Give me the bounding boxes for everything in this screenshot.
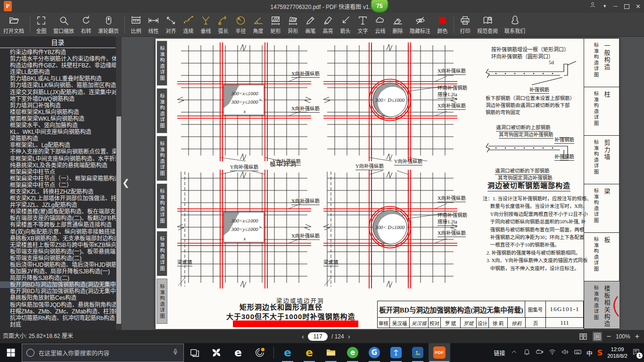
- tool-window-zoom[interactable]: 窗口缩放: [50, 13, 77, 36]
- toc-item[interactable]: 剪力墙水平分布钢筋计入约束边缘构件、体积配箍率: [0, 56, 122, 62]
- task-view-button[interactable]: [184, 343, 206, 362]
- start-button[interactable]: [0, 343, 22, 362]
- close-button[interactable]: ×: [636, 0, 640, 13]
- taskbar-clock[interactable]: 12:09 2018/8/2: [607, 346, 627, 360]
- tool-perpendicular[interactable]: 垂线: [197, 13, 215, 36]
- tool-hide-annotations[interactable]: 隐藏标注: [406, 13, 434, 36]
- toc-item[interactable]: 非框架梁L中间支座纵向钢筋构造、水平折梁: [0, 156, 122, 162]
- user-account-icon[interactable]: [589, 0, 596, 13]
- toc-item[interactable]: 局部升降板SJB构造(二): [0, 275, 122, 281]
- toc-item[interactable]: 板开洞BD与洞边加强钢筋构造(洞边无集中: [0, 288, 122, 295]
- toc-item[interactable]: 有梁楼盖不等跨板上部贯通纵筋连接构造: [0, 222, 122, 228]
- tool-scale-ruler[interactable]: 比例: [127, 13, 145, 36]
- tool-linear-measure[interactable]: 线性: [145, 13, 162, 36]
- ime-indicator[interactable]: 中: [586, 348, 593, 357]
- security-score-badge[interactable]: 75: [371, 0, 388, 13]
- toc-item[interactable]: 抗冲切箍筋Rh构造、抗冲切弯起筋Rb构造: [0, 315, 122, 321]
- toc-item[interactable]: 板带端支座纵向钢筋构造(二): [0, 255, 122, 262]
- dropdown-menu-icon[interactable]: ▼: [603, 0, 607, 13]
- toc-item[interactable]: 连梁LL配筋构造: [0, 69, 122, 75]
- toc-item[interactable]: 屋面框架梁WKL纵向钢筋构造: [0, 115, 122, 122]
- tool-fit-screen[interactable]: 全图: [33, 13, 50, 36]
- prev-page-button[interactable]: ‹: [302, 332, 304, 340]
- power-battery-icon[interactable]: [536, 348, 544, 357]
- g-browser-button[interactable]: G: [363, 343, 385, 362]
- green-browser-button[interactable]: e: [342, 343, 363, 362]
- toc-item[interactable]: 剪力墙连梁LLK纵向钢筋、箍筋加密区构造: [0, 82, 122, 89]
- toc-item[interactable]: 井字梁JZL、JZLg配筋构造: [0, 202, 122, 208]
- tool-rect-area[interactable]: 矩形: [267, 13, 284, 36]
- tool-scroll-wheel[interactable]: 滚轮翻页: [95, 13, 122, 36]
- toc-item[interactable]: 板加腋JY构造、局部升降板SJB构造(一): [0, 268, 122, 275]
- toc-item[interactable]: 框支梁KZL上部墙体开洞部位加强做法、托柱: [0, 195, 122, 202]
- toc-item[interactable]: 剪力墙洞口补强构造: [0, 102, 122, 109]
- tool-eraser[interactable]: 删除: [389, 13, 406, 36]
- tool-pen[interactable]: 画笔: [302, 13, 319, 36]
- toc-item[interactable]: 无梁楼盖柱上板带ZSB与跨中板带KZB纵向钢: [0, 242, 122, 248]
- two-page-view-icon[interactable]: [578, 332, 588, 341]
- tool-printer[interactable]: 打印: [456, 13, 474, 36]
- volume-icon[interactable]: [561, 348, 569, 357]
- toc-item[interactable]: 有梁楼盖楼(屋)面板配筋构造、板在端部支座: [0, 208, 122, 215]
- tool-highlighter[interactable]: 高亮: [319, 13, 337, 36]
- touch-keyboard-icon[interactable]: [574, 348, 582, 357]
- next-page-button[interactable]: ›: [348, 332, 350, 340]
- bell-icon[interactable]: [523, 348, 531, 357]
- toc-item[interactable]: 框架扁梁中柱节点: [0, 169, 122, 175]
- tool-text[interactable]: 文字: [354, 13, 372, 36]
- minimize-button[interactable]: ─: [613, 0, 618, 13]
- toc-item[interactable]: 梁箍筋构造: [0, 135, 122, 142]
- toc-item[interactable]: 单(双)向板配筋示意、纵向钢筋非接触搭接: [0, 229, 122, 235]
- blue-tool-button[interactable]: [385, 343, 407, 362]
- toc-item[interactable]: 柱帽ZMa、ZMb、ZMc、ZMab构造、柱顶柱帽: [0, 308, 122, 315]
- tool-contact[interactable]: 联系我们: [501, 13, 528, 36]
- pdf-reader-button[interactable]: PDF: [429, 343, 450, 362]
- toc-item[interactable]: 封底: [0, 321, 122, 328]
- zoom-out-button[interactable]: −: [607, 332, 611, 341]
- tool-polygon-area[interactable]: 异形: [284, 13, 302, 36]
- tool-angle[interactable]: 角度: [249, 13, 267, 36]
- tool-arc-length[interactable]: 弧长: [215, 13, 232, 36]
- ie-blue-button[interactable]: e: [277, 343, 298, 362]
- update-notifier-button[interactable]: [249, 343, 271, 362]
- toc-item[interactable]: 约束边缘构件YBZ构造: [0, 49, 122, 56]
- single-page-view-icon[interactable]: [593, 332, 602, 341]
- scrollbar-thumb[interactable]: [116, 116, 121, 324]
- toc-item[interactable]: 构造边缘构件GBZ、扶壁柱FBZ、非边缘暗柱构造: [0, 62, 122, 69]
- toc-item[interactable]: 框架梁水平、竖向加腋构造: [0, 122, 122, 129]
- toc-item[interactable]: 框架扁梁中柱节点（二）: [0, 182, 122, 189]
- microphone-icon[interactable]: [172, 348, 179, 357]
- action-center-icon[interactable]: 1: [632, 348, 640, 357]
- zoom-in-button[interactable]: +: [635, 332, 639, 341]
- toc-item[interactable]: 板后浇带HJD钢筋构造、墙后浇带HJD钢筋构: [0, 262, 122, 268]
- photo-viewer-button[interactable]: [407, 343, 429, 362]
- tool-cloud-line[interactable]: 云线: [372, 13, 389, 36]
- ie-white-button[interactable]: e: [227, 343, 249, 362]
- wifi-icon[interactable]: [548, 348, 556, 357]
- toc-item[interactable]: KL、WKL中间支座纵向钢筋构造: [0, 129, 122, 135]
- toc-item[interactable]: 框架扁梁中柱节点（一）、框架扁梁箍筋构造: [0, 175, 122, 182]
- file-explorer-button[interactable]: [320, 343, 342, 362]
- pinwheel-app-button[interactable]: [206, 343, 227, 362]
- toc-item[interactable]: 楼层框架梁KL纵向钢筋构造: [0, 109, 122, 115]
- tool-color-swatch[interactable]: 颜色: [434, 13, 451, 36]
- maximize-button[interactable]: [624, 4, 629, 9]
- toc-item[interactable]: 板内纵筋加强带JQD构造、悬挑板阴角构造: [0, 302, 122, 308]
- taskbar-search-input[interactable]: 在这里输入你要搜索的内容: [22, 344, 184, 362]
- toc-item[interactable]: 板在端部支座的锚固构造(二)、板翻边FB构造: [0, 215, 122, 222]
- maxthon-browser-button[interactable]: e: [298, 343, 320, 362]
- toc-item[interactable]: 地下室外墙DWQ钢筋构造: [0, 96, 122, 102]
- toc-item[interactable]: 纯悬挑梁XL及各类梁的悬挑端配筋构造: [0, 162, 122, 169]
- toc-item[interactable]: 悬挑板阳角放射筋Ces构造: [0, 295, 122, 301]
- toc-item[interactable]: 不伸入支座的梁下部纵向钢筋断点位置、梁: [0, 148, 122, 155]
- toc-item[interactable]: 非框架梁L、Lg配筋构造: [0, 142, 122, 148]
- toc-item[interactable]: 剪力墙BKL或AL与LL重叠时配筋构造: [0, 75, 122, 82]
- toc-item[interactable]: 板开洞BD与洞边加强钢筋构造(洞边无集中: [0, 281, 122, 288]
- tool-polyline-measure[interactable]: 连续: [180, 13, 197, 36]
- show-hidden-icons-chevron[interactable]: [510, 348, 518, 357]
- sidebar-collapse-button[interactable]: ❮: [121, 174, 131, 191]
- page-number-input[interactable]: 117: [308, 332, 328, 341]
- tool-open-folder[interactable]: 打开文档: [0, 13, 27, 36]
- toc-item[interactable]: 连梁交叉斜筋LL(JX)配筋构造、连梁集中对角斜筋: [0, 89, 122, 96]
- toc-item[interactable]: 框支梁KZL、转换柱ZHZ配筋构造: [0, 189, 122, 195]
